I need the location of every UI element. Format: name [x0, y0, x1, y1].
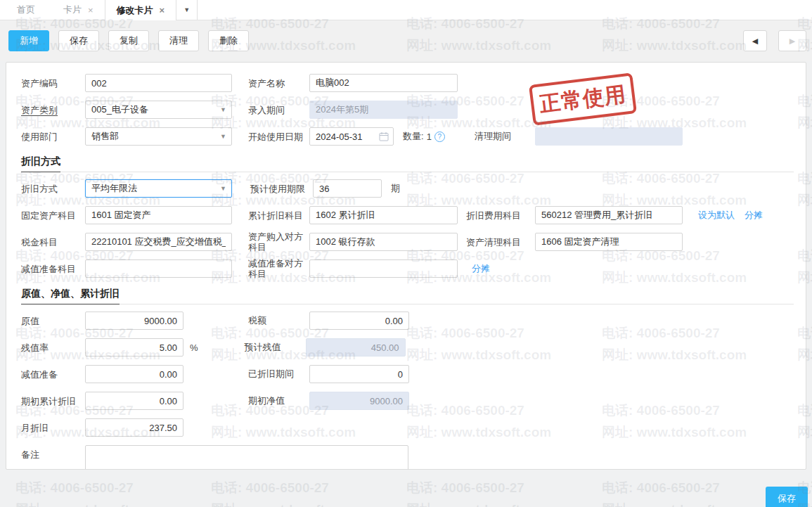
values-section-header: 原值、净值、累计折旧 — [21, 288, 794, 304]
close-icon[interactable]: × — [88, 6, 94, 15]
remark-textarea[interactable] — [85, 445, 408, 470]
monthly-depr-label: 月折旧 — [21, 423, 85, 433]
depreciated-periods-input[interactable] — [309, 365, 409, 383]
values-section-title: 原值、净值、累计折旧 — [21, 288, 120, 304]
entry-period-field: 2024年第5期 — [309, 101, 458, 119]
status-stamp-text: 正常使用 — [538, 79, 628, 119]
help-icon[interactable]: ? — [434, 131, 445, 142]
add-button[interactable]: 新增 — [8, 30, 49, 51]
form-row: 备注 — [21, 445, 806, 470]
clean-period-field — [535, 127, 683, 146]
asset-category-label: 资产类别 — [21, 105, 85, 115]
tab-modify-card-label: 修改卡片 — [117, 4, 153, 17]
chevron-down-icon: ▼ — [220, 107, 226, 113]
form-row: 资产编码 资产名称 — [21, 74, 806, 92]
entry-period-value: 2024年第5期 — [316, 103, 368, 116]
tab-bar: 首页 卡片 × 修改卡片 × ▼ — [0, 0, 812, 20]
initial-accum-depr-input[interactable] — [85, 392, 183, 410]
accum-depr-account-label: 累计折旧科目 — [248, 210, 309, 221]
footer-save-button[interactable]: 保存 — [766, 487, 808, 507]
impairment-opposite-account-input[interactable] — [309, 259, 458, 278]
residual-rate-unit: % — [190, 342, 198, 353]
copy-button[interactable]: 复制 — [108, 30, 149, 51]
use-department-label: 使用部门 — [21, 131, 85, 142]
clean-button[interactable]: 清理 — [158, 30, 199, 51]
depr-expense-account-input[interactable] — [535, 206, 683, 224]
next-record-button[interactable]: ▶ — [778, 30, 806, 51]
card-form-panel: 资产编码 资产名称 资产类别 005_电子设备 ▼ 录入期间 2024年第5期 … — [6, 62, 806, 470]
asset-category-select[interactable]: 005_电子设备 ▼ — [85, 101, 232, 119]
depr-method-select[interactable]: 平均年限法 ▼ — [85, 179, 232, 198]
asset-name-label: 资产名称 — [248, 78, 309, 89]
impairment-input[interactable] — [85, 365, 183, 383]
remark-label: 备注 — [21, 445, 85, 460]
form-row: 期初累计折旧 期初净值 9000.00 — [21, 392, 806, 410]
tax-account-label: 税金科目 — [21, 237, 85, 248]
tax-account-input[interactable] — [85, 233, 232, 251]
form-row: 月折旧 — [21, 418, 806, 437]
set-default-link[interactable]: 设为默认 — [698, 209, 735, 222]
quantity-group: 数量: 1 ? — [403, 130, 475, 143]
expected-periods-input[interactable] — [313, 179, 382, 198]
prev-record-button[interactable]: ◀ — [743, 30, 767, 51]
tab-list-dropdown[interactable]: ▼ — [176, 0, 198, 20]
original-value-input[interactable] — [85, 312, 183, 330]
expected-residual-field: 450.00 — [306, 338, 406, 357]
chevron-down-icon: ▼ — [220, 134, 226, 140]
form-row: 固定资产科目 累计折旧科目 折旧费用科目 设为默认 分摊 — [21, 206, 806, 224]
start-date-input[interactable]: 2024-05-31 — [309, 127, 394, 146]
calendar-icon[interactable] — [379, 131, 389, 141]
use-department-select[interactable]: 销售部 ▼ — [85, 127, 232, 146]
impairment-account-input[interactable] — [85, 259, 232, 278]
tab-card-label: 卡片 — [63, 4, 82, 16]
tax-amount-input[interactable] — [309, 312, 409, 330]
tab-card[interactable]: 卡片 × — [52, 0, 105, 20]
asset-code-input[interactable] — [85, 74, 232, 92]
arrow-right-icon: ▶ — [790, 37, 795, 46]
form-row: 残值率 % 预计残值 450.00 — [21, 338, 806, 357]
form-row: 减值准备 已折旧期间 — [21, 365, 806, 383]
monthly-depr-input[interactable] — [85, 418, 183, 437]
purchase-opposite-account-label: 资产购入对方科目 — [248, 231, 309, 252]
depreciation-section-header: 折旧方式 — [21, 155, 794, 172]
impairment-account-label: 减值准备科目 — [21, 264, 85, 274]
expected-residual-label: 预计残值 — [245, 341, 306, 354]
asset-clean-account-label: 资产清理科目 — [466, 237, 535, 248]
chevron-down-icon: ▼ — [220, 186, 226, 192]
accum-depr-account-input[interactable] — [309, 206, 458, 224]
initial-net-value-field: 9000.00 — [309, 392, 409, 410]
fixed-asset-account-input[interactable] — [85, 206, 232, 224]
form-row: 资产类别 005_电子设备 ▼ 录入期间 2024年第5期 — [21, 101, 806, 119]
expected-periods-label: 预计使用期限 — [250, 184, 313, 194]
impairment-opposite-account-label: 减值准备对方科目 — [248, 258, 309, 279]
start-date-label: 开始使用日期 — [248, 131, 309, 142]
start-date-value: 2024-05-31 — [316, 131, 363, 142]
form-row: 折旧方式 平均年限法 ▼ 预计使用期限 期 — [21, 179, 806, 198]
asset-category-value: 005_电子设备 — [91, 103, 148, 116]
tab-home[interactable]: 首页 — [0, 0, 52, 20]
fixed-asset-account-label: 固定资产科目 — [21, 210, 85, 221]
allocate-link-2[interactable]: 分摊 — [472, 262, 490, 275]
use-department-value: 销售部 — [91, 130, 119, 143]
purchase-opposite-account-input[interactable] — [309, 233, 458, 251]
save-button[interactable]: 保存 — [58, 30, 99, 51]
residual-rate-label: 残值率 — [21, 342, 85, 353]
pagination: ◀ ▶ — [732, 30, 804, 51]
tab-modify-card[interactable]: 修改卡片 × — [105, 0, 177, 20]
tax-amount-label: 税额 — [248, 314, 309, 327]
quantity-label: 数量: — [403, 130, 424, 143]
depr-method-value: 平均年限法 — [91, 182, 137, 195]
asset-clean-account-input[interactable] — [535, 233, 683, 251]
expected-residual-value: 450.00 — [371, 342, 399, 353]
close-icon[interactable]: × — [160, 6, 165, 15]
tab-home-label: 首页 — [17, 4, 35, 16]
residual-rate-input[interactable] — [85, 338, 183, 357]
impairment-label: 减值准备 — [21, 369, 85, 380]
allocate-link[interactable]: 分摊 — [745, 209, 763, 222]
asset-name-input[interactable] — [309, 74, 458, 92]
initial-accum-depr-label: 期初累计折旧 — [21, 396, 85, 406]
chevron-down-icon: ▼ — [183, 6, 190, 13]
delete-button[interactable]: 删除 — [208, 30, 249, 51]
form-row: 税金科目 资产购入对方科目 资产清理科目 — [21, 233, 806, 251]
asset-code-label: 资产编码 — [21, 78, 85, 89]
